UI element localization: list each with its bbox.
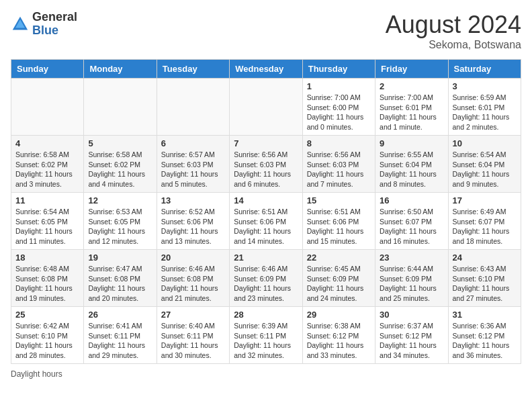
calendar-cell: 25Sunrise: 6:42 AMSunset: 6:10 PMDayligh… [11,307,84,364]
calendar-cell: 11Sunrise: 6:54 AMSunset: 6:05 PMDayligh… [11,193,84,250]
day-info: Sunrise: 6:48 AMSunset: 6:08 PMDaylight:… [15,264,79,304]
day-info: Sunrise: 7:00 AMSunset: 6:00 PMDaylight:… [307,93,371,132]
day-number: 9 [380,138,443,148]
daylight-label: Daylight hours [11,369,62,379]
day-info: Sunrise: 6:47 AMSunset: 6:08 PMDaylight:… [88,264,152,304]
calendar-cell: 21Sunrise: 6:46 AMSunset: 6:09 PMDayligh… [230,250,302,307]
calendar-cell: 26Sunrise: 6:41 AMSunset: 6:11 PMDayligh… [84,307,157,364]
day-info: Sunrise: 6:36 AMSunset: 6:12 PMDaylight:… [453,321,517,361]
day-info: Sunrise: 6:52 AMSunset: 6:06 PMDaylight:… [161,207,225,246]
calendar-cell: 20Sunrise: 6:46 AMSunset: 6:08 PMDayligh… [157,250,229,307]
week-row-5: 25Sunrise: 6:42 AMSunset: 6:10 PMDayligh… [11,307,521,364]
day-number: 19 [88,253,152,263]
day-number: 21 [234,253,298,263]
day-number: 24 [453,253,517,263]
day-number: 29 [307,310,371,320]
week-row-3: 11Sunrise: 6:54 AMSunset: 6:05 PMDayligh… [11,193,521,250]
day-info: Sunrise: 6:54 AMSunset: 6:04 PMDaylight:… [453,150,517,189]
day-info: Sunrise: 6:45 AMSunset: 6:09 PMDaylight:… [307,264,371,304]
day-info: Sunrise: 6:44 AMSunset: 6:09 PMDaylight:… [380,264,443,304]
calendar-cell: 18Sunrise: 6:48 AMSunset: 6:08 PMDayligh… [11,250,84,307]
day-number: 3 [453,81,517,91]
day-number: 8 [307,138,371,148]
logo-icon [11,15,30,34]
day-number: 20 [161,253,225,263]
day-number: 16 [380,195,443,205]
day-info: Sunrise: 7:00 AMSunset: 6:01 PMDaylight:… [380,93,443,132]
week-row-2: 4Sunrise: 6:58 AMSunset: 6:02 PMDaylight… [11,136,521,193]
calendar-cell: 2Sunrise: 7:00 AMSunset: 6:01 PMDaylight… [375,79,448,136]
day-info: Sunrise: 6:46 AMSunset: 6:08 PMDaylight:… [161,264,225,304]
calendar-cell: 9Sunrise: 6:55 AMSunset: 6:04 PMDaylight… [375,136,448,193]
calendar-cell [11,79,84,136]
day-info: Sunrise: 6:53 AMSunset: 6:05 PMDaylight:… [88,207,152,246]
day-info: Sunrise: 6:59 AMSunset: 6:01 PMDaylight:… [453,93,517,132]
day-info: Sunrise: 6:39 AMSunset: 6:11 PMDaylight:… [234,321,298,361]
calendar-cell: 1Sunrise: 7:00 AMSunset: 6:00 PMDaylight… [302,79,375,136]
calendar-cell: 7Sunrise: 6:56 AMSunset: 6:03 PMDaylight… [230,136,302,193]
calendar-cell: 12Sunrise: 6:53 AMSunset: 6:05 PMDayligh… [84,193,157,250]
day-number: 7 [234,138,298,148]
month-title: August 2024 [386,11,521,39]
day-number: 4 [15,138,79,148]
col-header-monday: Monday [84,60,157,79]
day-info: Sunrise: 6:49 AMSunset: 6:07 PMDaylight:… [453,207,517,246]
day-number: 22 [307,253,371,263]
day-info: Sunrise: 6:58 AMSunset: 6:02 PMDaylight:… [15,150,79,189]
day-info: Sunrise: 6:58 AMSunset: 6:02 PMDaylight:… [88,150,152,189]
day-info: Sunrise: 6:37 AMSunset: 6:12 PMDaylight:… [380,321,443,361]
calendar-cell: 16Sunrise: 6:50 AMSunset: 6:07 PMDayligh… [375,193,448,250]
calendar-cell [230,79,302,136]
calendar-cell: 23Sunrise: 6:44 AMSunset: 6:09 PMDayligh… [375,250,448,307]
day-number: 30 [380,310,443,320]
day-info: Sunrise: 6:50 AMSunset: 6:07 PMDaylight:… [380,207,443,246]
calendar-cell: 30Sunrise: 6:37 AMSunset: 6:12 PMDayligh… [375,307,448,364]
calendar-cell: 10Sunrise: 6:54 AMSunset: 6:04 PMDayligh… [448,136,521,193]
logo-general: General [32,11,77,24]
calendar-table: SundayMondayTuesdayWednesdayThursdayFrid… [11,59,521,364]
day-info: Sunrise: 6:43 AMSunset: 6:10 PMDaylight:… [453,264,517,304]
calendar-cell: 15Sunrise: 6:51 AMSunset: 6:06 PMDayligh… [302,193,375,250]
calendar-cell: 6Sunrise: 6:57 AMSunset: 6:03 PMDaylight… [157,136,229,193]
day-number: 27 [161,310,225,320]
col-header-wednesday: Wednesday [230,60,302,79]
day-number: 26 [88,310,152,320]
day-number: 18 [15,253,79,263]
day-number: 13 [161,195,225,205]
day-info: Sunrise: 6:54 AMSunset: 6:05 PMDaylight:… [15,207,79,246]
day-number: 14 [234,195,298,205]
calendar-cell: 27Sunrise: 6:40 AMSunset: 6:11 PMDayligh… [157,307,229,364]
calendar-cell: 17Sunrise: 6:49 AMSunset: 6:07 PMDayligh… [448,193,521,250]
day-info: Sunrise: 6:51 AMSunset: 6:06 PMDaylight:… [307,207,371,246]
day-info: Sunrise: 6:56 AMSunset: 6:03 PMDaylight:… [307,150,371,189]
day-number: 31 [453,310,517,320]
col-header-saturday: Saturday [448,60,521,79]
calendar-cell: 22Sunrise: 6:45 AMSunset: 6:09 PMDayligh… [302,250,375,307]
calendar-cell: 19Sunrise: 6:47 AMSunset: 6:08 PMDayligh… [84,250,157,307]
calendar-cell: 28Sunrise: 6:39 AMSunset: 6:11 PMDayligh… [230,307,302,364]
day-number: 11 [15,195,79,205]
title-block: August 2024 Sekoma, Botswana [386,11,521,51]
calendar-cell: 14Sunrise: 6:51 AMSunset: 6:06 PMDayligh… [230,193,302,250]
week-row-4: 18Sunrise: 6:48 AMSunset: 6:08 PMDayligh… [11,250,521,307]
calendar-cell: 4Sunrise: 6:58 AMSunset: 6:02 PMDaylight… [11,136,84,193]
day-number: 1 [307,81,371,91]
calendar-cell: 13Sunrise: 6:52 AMSunset: 6:06 PMDayligh… [157,193,229,250]
logo-blue: Blue [32,24,77,38]
logo-text: General Blue [32,11,77,38]
week-row-1: 1Sunrise: 7:00 AMSunset: 6:00 PMDaylight… [11,79,521,136]
day-info: Sunrise: 6:46 AMSunset: 6:09 PMDaylight:… [234,264,298,304]
location: Sekoma, Botswana [386,39,521,51]
day-info: Sunrise: 6:51 AMSunset: 6:06 PMDaylight:… [234,207,298,246]
day-info: Sunrise: 6:55 AMSunset: 6:04 PMDaylight:… [380,150,443,189]
calendar-cell: 3Sunrise: 6:59 AMSunset: 6:01 PMDaylight… [448,79,521,136]
calendar-cell: 5Sunrise: 6:58 AMSunset: 6:02 PMDaylight… [84,136,157,193]
day-number: 25 [15,310,79,320]
calendar-cell: 31Sunrise: 6:36 AMSunset: 6:12 PMDayligh… [448,307,521,364]
day-info: Sunrise: 6:42 AMSunset: 6:10 PMDaylight:… [15,321,79,361]
calendar-cell: 24Sunrise: 6:43 AMSunset: 6:10 PMDayligh… [448,250,521,307]
calendar-cell: 8Sunrise: 6:56 AMSunset: 6:03 PMDaylight… [302,136,375,193]
header-row: SundayMondayTuesdayWednesdayThursdayFrid… [11,60,521,79]
col-header-friday: Friday [375,60,448,79]
day-number: 23 [380,253,443,263]
